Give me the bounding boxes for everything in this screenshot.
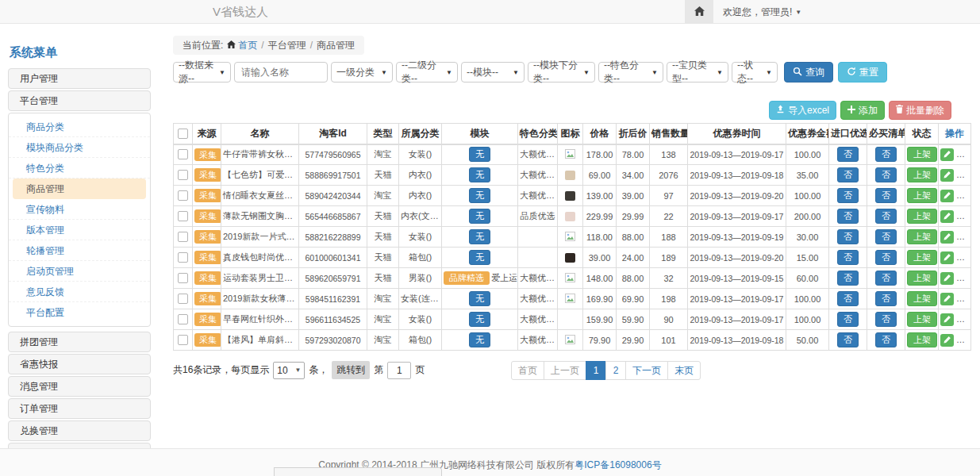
module-badge[interactable]: 无 [469,291,490,306]
page-number-input[interactable] [387,362,411,379]
row-checkbox[interactable] [178,211,188,221]
query-button[interactable]: 查询 [784,62,833,83]
must-buy-toggle[interactable]: 否 [875,291,897,306]
sidebar-submenu-item-宣传物料[interactable]: 宣传物料 [9,199,150,220]
pager-button-上一页[interactable]: 上一页 [544,361,586,380]
status-button[interactable]: 上架 [907,229,937,244]
module-badge[interactable]: 无 [469,188,490,203]
row-checkbox[interactable] [178,294,188,304]
import-select-toggle[interactable]: 否 [837,209,859,224]
status-button[interactable]: 上架 [907,291,937,306]
filter-select-3[interactable]: --模块下分类--▼ [528,62,595,83]
row-checkbox[interactable] [178,190,188,201]
must-buy-toggle[interactable]: 否 [875,167,897,182]
status-button[interactable]: 上架 [907,250,937,265]
module-badge[interactable]: 无 [469,167,490,182]
sidebar-submenu-item-模块商品分类[interactable]: 模块商品分类 [9,137,150,158]
status-button[interactable]: 上架 [907,332,937,347]
sidebar-submenu-item-轮播管理[interactable]: 轮播管理 [9,240,150,261]
module-badge[interactable]: 无 [469,229,490,244]
batch-delete-button[interactable]: 批量删除 [889,101,951,120]
import-select-toggle[interactable]: 否 [837,167,859,182]
must-buy-toggle[interactable]: 否 [875,332,897,347]
must-buy-toggle[interactable]: 否 [875,188,897,203]
edit-button[interactable] [940,293,954,305]
import-select-toggle[interactable]: 否 [837,332,859,347]
sidebar-submenu-item-特色分类[interactable]: 特色分类 [9,158,150,178]
icp-link[interactable]: 粤ICP备16098006号 [575,459,661,470]
sidebar-submenu-item-商品管理[interactable]: 商品管理 [13,178,146,199]
pager-button-首页[interactable]: 首页 [511,361,544,380]
module-badge[interactable]: 无 [469,209,490,224]
must-buy-toggle[interactable]: 否 [875,147,897,162]
status-button[interactable]: 上架 [907,312,937,327]
sidebar-item-订单管理[interactable]: 订单管理 [8,398,151,419]
filter-select-6[interactable]: --状态--▼ [732,62,778,83]
sidebar-submenu-item-启动页管理[interactable]: 启动页管理 [9,261,150,282]
row-checkbox[interactable] [178,335,188,345]
import-select-toggle[interactable]: 否 [837,188,859,203]
sidebar-item-兑换管理[interactable]: 兑换管理 [8,420,151,441]
filter-select-2[interactable]: --模块--▼ [461,62,525,83]
module-badge[interactable]: 品牌精选 [444,271,490,285]
pager-button-1[interactable]: 1 [586,361,606,380]
filter-select-5[interactable]: --宝贝类型--▼ [667,62,728,83]
must-buy-toggle[interactable]: 否 [875,271,897,286]
row-checkbox[interactable] [178,149,188,159]
must-buy-toggle[interactable]: 否 [875,209,897,224]
pager-button-2[interactable]: 2 [605,361,626,380]
import-excel-button[interactable]: 导入excel [769,101,836,120]
module-badge[interactable]: 无 [469,332,490,347]
row-checkbox[interactable] [178,273,188,283]
per-page-select[interactable]: 10▼ [273,362,305,379]
edit-button[interactable] [940,190,954,202]
filter-select-1[interactable]: --二级分类--▼ [396,62,458,83]
sidebar-submenu-item-意见反馈[interactable]: 意见反馈 [9,282,150,302]
row-checkbox[interactable] [178,170,188,180]
name-search-input[interactable] [234,62,328,83]
row-checkbox[interactable] [178,314,188,324]
status-button[interactable]: 上架 [907,271,937,286]
filter-select-source[interactable]: --数据来源--▼ [173,62,231,83]
row-checkbox[interactable] [178,252,188,263]
reset-button[interactable]: 重置 [838,62,887,83]
sidebar-item-平台管理[interactable]: 平台管理 [8,90,151,111]
import-select-toggle[interactable]: 否 [837,291,859,306]
sidebar-item-消息管理[interactable]: 消息管理 [8,376,151,397]
jump-button[interactable]: 跳转到 [332,361,370,379]
home-button[interactable] [685,0,713,24]
edit-button[interactable] [940,148,954,161]
must-buy-toggle[interactable]: 否 [875,312,897,327]
edit-button[interactable] [940,169,954,182]
pager-button-下一页[interactable]: 下一页 [625,361,668,380]
import-select-toggle[interactable]: 否 [837,147,859,162]
must-buy-toggle[interactable]: 否 [875,229,897,244]
sidebar-item-用户管理[interactable]: 用户管理 [8,68,151,89]
row-checkbox[interactable] [178,232,188,242]
status-button[interactable]: 上架 [907,167,937,182]
filter-select-4[interactable]: --特色分类--▼ [598,62,663,83]
add-button[interactable]: 添加 [840,101,885,120]
sidebar-submenu-item-商品分类[interactable]: 商品分类 [9,117,150,137]
module-badge[interactable]: 无 [469,312,490,327]
sidebar-item-省惠快报[interactable]: 省惠快报 [8,354,151,374]
status-button[interactable]: 上架 [907,188,937,203]
import-select-toggle[interactable]: 否 [837,250,859,265]
import-select-toggle[interactable]: 否 [837,271,859,286]
edit-button[interactable] [940,313,954,326]
module-badge[interactable]: 无 [469,250,490,265]
edit-button[interactable] [940,231,954,244]
sidebar-submenu-item-版本管理[interactable]: 版本管理 [9,220,150,240]
pager-button-末页[interactable]: 末页 [667,361,701,380]
status-button[interactable]: 上架 [907,209,937,224]
select-all-checkbox[interactable] [178,129,188,139]
user-menu[interactable]: 欢迎您，管理员!▼ [723,6,801,19]
sidebar-item-拼团管理[interactable]: 拼团管理 [8,332,151,352]
must-buy-toggle[interactable]: 否 [875,250,897,265]
edit-button[interactable] [940,251,954,264]
import-select-toggle[interactable]: 否 [837,312,859,327]
edit-button[interactable] [940,210,954,223]
import-select-toggle[interactable]: 否 [837,229,859,244]
filter-select-0[interactable]: 一级分类▼ [331,62,393,83]
edit-button[interactable] [940,334,954,347]
